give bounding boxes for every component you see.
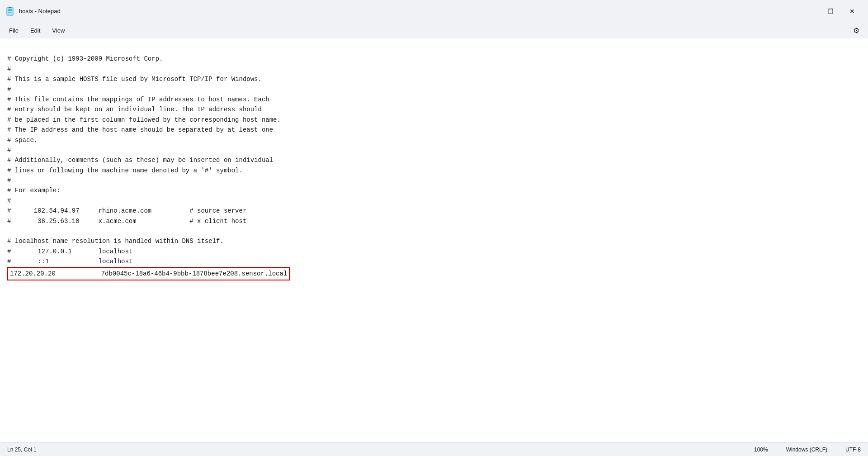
edit-menu[interactable]: Edit [25, 25, 46, 36]
status-bar: Ln 25, Col 1 100% Windows (CRLF) UTF-8 [0, 442, 868, 456]
svg-rect-0 [7, 7, 13, 15]
title-bar-left: hosts - Notepad [5, 7, 61, 16]
view-menu[interactable]: View [47, 25, 70, 36]
svg-rect-2 [8, 9, 12, 10]
minimize-button[interactable]: — [798, 3, 819, 19]
menu-items: File Edit View [4, 25, 70, 36]
encoding: UTF-8 [845, 446, 861, 453]
maximize-button[interactable]: ❐ [820, 3, 841, 19]
title-bar: hosts - Notepad — ❐ ✕ [0, 0, 868, 22]
zoom-level: 100% [754, 446, 768, 453]
title-bar-controls: — ❐ ✕ [798, 3, 863, 19]
close-button[interactable]: ✕ [842, 3, 863, 19]
file-menu[interactable]: File [4, 25, 24, 36]
menu-bar: File Edit View ⚙ [0, 22, 868, 38]
editor-content: # Copyright (c) 1993-2009 Microsoft Corp… [7, 55, 281, 265]
svg-rect-5 [9, 7, 11, 8]
notepad-icon [5, 7, 14, 16]
line-ending: Windows (CRLF) [786, 446, 827, 453]
svg-rect-4 [8, 12, 11, 13]
cursor-position: Ln 25, Col 1 [7, 446, 37, 453]
window-title: hosts - Notepad [19, 8, 61, 14]
svg-rect-3 [8, 10, 12, 11]
settings-icon[interactable]: ⚙ [848, 22, 864, 38]
status-right: 100% Windows (CRLF) UTF-8 [754, 446, 861, 453]
highlighted-hosts-entry: 172.20.20.20 7db0045c-18a6-46b4-9bbb-187… [7, 267, 290, 280]
editor-area[interactable]: # Copyright (c) 1993-2009 Microsoft Corp… [0, 38, 868, 442]
